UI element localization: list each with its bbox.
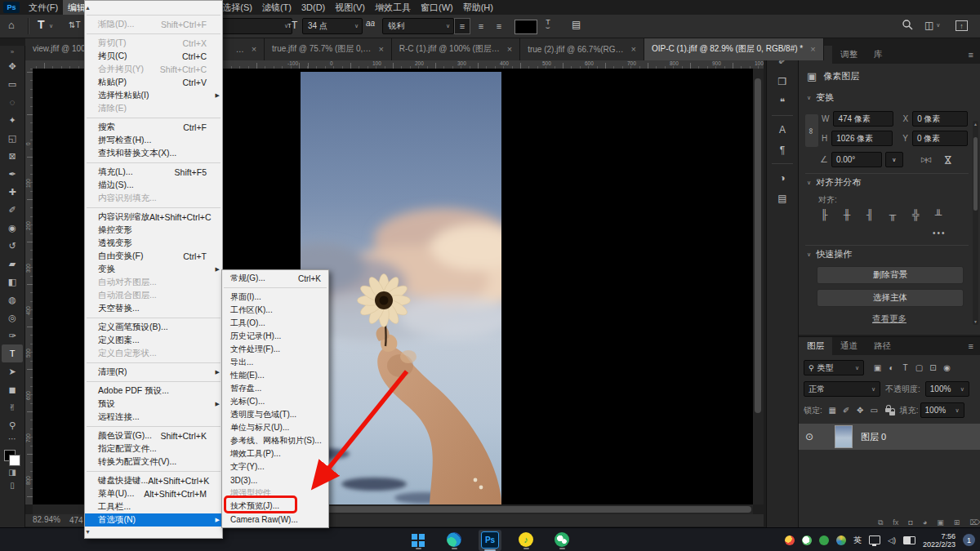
frame-tool[interactable]: ⊠ [2, 147, 23, 165]
lock-position-icon[interactable]: ✥ [853, 406, 867, 415]
menu-item[interactable]: 转换为配置文件(V)... [85, 455, 222, 469]
scroll-down-icon[interactable]: ▼ [973, 319, 978, 324]
filter-smart-objects-icon[interactable]: ⊡ [926, 363, 940, 372]
menu-item[interactable]: 清理(R) ▶ [85, 366, 222, 379]
delete-layer-icon[interactable]: ⌦ [969, 518, 980, 527]
menu-item[interactable]: 3D(3)... [222, 473, 328, 487]
align-right-edges-icon[interactable]: ╢ [861, 209, 879, 220]
blend-mode-select[interactable]: 正常∨ [804, 381, 880, 397]
align-top-edges-icon[interactable]: ╥ [884, 209, 902, 220]
align-bottom-edges-icon[interactable]: ╨ [929, 209, 947, 220]
menu-item[interactable]: Camera Raw(W)... [222, 513, 328, 526]
menu-item[interactable]: 自由变换(F) Ctrl+T [85, 250, 222, 263]
menu-item[interactable]: 内容识别填充... [85, 192, 222, 205]
width-field[interactable]: 474 像素 [833, 111, 893, 127]
font-size-select[interactable]: 34 点∨ [302, 18, 363, 34]
tray-wechat-icon[interactable] [802, 535, 812, 545]
menu-select[interactable]: 选择(S) [217, 0, 257, 15]
background-color-swatch[interactable] [9, 455, 20, 466]
tab-adjustments[interactable]: 调整 [832, 46, 866, 64]
info-panel-icon[interactable]: ▤ [767, 188, 798, 208]
share-icon[interactable]: ↑ [956, 20, 968, 31]
filter-shape-layers-icon[interactable]: ▢ [912, 363, 926, 372]
close-tab-icon[interactable]: × [507, 44, 512, 54]
battery-icon[interactable] [903, 536, 915, 544]
tray-browser-icon[interactable] [836, 535, 846, 545]
filter-adjustment-layers-icon[interactable]: ◐ [884, 363, 898, 372]
remove-background-button[interactable]: 删除背景 [817, 266, 964, 284]
home-icon[interactable]: ⌂ [8, 19, 15, 31]
menu-item[interactable]: 首选项(N) ▶ [85, 513, 222, 527]
ime-indicator[interactable]: 英 [853, 535, 862, 546]
taskbar-start-button[interactable] [407, 531, 430, 549]
menu-item[interactable]: 透视变形 [85, 237, 222, 250]
taskbar-music-icon[interactable]: ♪ [514, 531, 537, 549]
flip-horizontal-icon[interactable]: ▷|◁ [921, 156, 930, 163]
pen-tool[interactable]: ✑ [2, 327, 23, 344]
lasso-tool[interactable]: ◌ [2, 93, 23, 111]
menu-filter[interactable]: 滤镜(T) [257, 0, 296, 15]
taskbar-edge-icon[interactable] [443, 531, 466, 549]
close-tab-icon[interactable]: × [252, 44, 256, 54]
vertical-scrollbar[interactable] [753, 69, 764, 504]
menu-help[interactable]: 帮助(H) [458, 0, 498, 15]
text-color-swatch[interactable] [514, 20, 537, 34]
dodge-tool[interactable]: ◎ [2, 309, 23, 327]
menu-item[interactable]: 暂存盘... [222, 382, 328, 395]
document-tab[interactable]: true (2).jfif @ 66.7%(RG… × [520, 38, 644, 60]
scrollbar-thumb[interactable] [310, 506, 751, 513]
menu-item[interactable]: 剪切(T) Ctrl+X [85, 37, 222, 50]
menu-item[interactable]: 定义画笔预设(B)... [85, 321, 222, 334]
menu-item[interactable]: 预设 ▶ [85, 398, 222, 411]
menu-item[interactable]: 合并拷贝(Y) Shift+Ctrl+C [85, 63, 222, 76]
menu-window[interactable]: 窗口(W) [416, 0, 458, 15]
filter-pixel-layers-icon[interactable]: ▣ [871, 363, 884, 372]
align-right-icon[interactable]: ≡ [492, 19, 506, 33]
menu-item[interactable]: 拷贝(C) Ctrl+C [85, 50, 222, 63]
see-more-link[interactable]: 查看更多 [799, 313, 980, 325]
menu-item[interactable]: 渐隐(D)... Shift+Ctrl+F [85, 18, 222, 31]
lock-transparent-pixels-icon[interactable]: ▦ [826, 406, 840, 415]
chevron-down-icon[interactable]: ∨ [49, 23, 53, 29]
menu-item[interactable]: 天空替换... [85, 302, 222, 315]
menu-item[interactable]: 指定配置文件... [85, 442, 222, 455]
crop-tool[interactable]: ◱ [2, 129, 23, 147]
character-panel-icon[interactable]: A [767, 119, 798, 140]
panel-menu-icon[interactable]: ≡ [962, 46, 980, 64]
scroll-up-icon[interactable]: ▲ [973, 122, 978, 127]
clone-stamp-tool[interactable]: ◉ [2, 219, 23, 237]
clock[interactable]: 7:56 2022/2/23 [923, 532, 956, 549]
menu-item[interactable]: 光标(C)... [222, 395, 328, 408]
y-field[interactable]: 0 像素 [912, 131, 968, 146]
edit-toolbar-icon[interactable]: ⋯ [8, 434, 16, 447]
layer-name[interactable]: 图层 0 [861, 431, 886, 443]
menu-item[interactable]: 增效工具(P)... [222, 447, 328, 460]
screen-mode-icon[interactable]: ▯ [10, 479, 15, 492]
menu-item[interactable]: 拼写检查(H)... [85, 134, 222, 147]
display-icon[interactable] [869, 535, 880, 544]
taskbar-wechat-icon[interactable] [550, 531, 573, 549]
filter-type-layers-icon[interactable]: T [898, 363, 912, 372]
zoom-level-field[interactable]: 82.94% [33, 515, 60, 524]
more-align-options-icon[interactable]: ••• [933, 229, 947, 238]
rotation-field[interactable]: 0.00° [831, 152, 882, 167]
quick-actions-header[interactable]: ∨ 快速操作 [807, 248, 852, 260]
menu-item[interactable]: ▲ [85, 2, 222, 12]
marquee-tool[interactable]: ▭ [2, 75, 23, 93]
layer-thumbnail[interactable] [835, 425, 853, 448]
move-tool[interactable]: ✥ [2, 57, 23, 75]
menu-3d[interactable]: 3D(D) [296, 0, 330, 15]
fill-field[interactable]: 100%∨ [920, 402, 964, 418]
eraser-tool[interactable]: ▰ [2, 255, 23, 273]
expand-toolbar-icon[interactable]: » [11, 47, 14, 57]
new-fill-layer-icon[interactable]: ◕ [923, 518, 927, 527]
close-tab-icon[interactable]: × [378, 44, 383, 54]
lock-image-pixels-icon[interactable]: ✐ [840, 406, 853, 415]
menu-item[interactable]: 自动混合图层... [85, 289, 222, 302]
menu-item[interactable]: 填充(L)... Shift+F5 [85, 166, 222, 179]
menu-item[interactable]: 清除(E) [85, 102, 222, 115]
align-left-icon[interactable]: ≡ [454, 18, 470, 34]
menu-item[interactable]: 历史记录(H)... [222, 330, 328, 343]
new-layer-icon[interactable]: ⊞ [954, 518, 960, 527]
warp-text-icon[interactable]: T⌣ [546, 20, 550, 29]
